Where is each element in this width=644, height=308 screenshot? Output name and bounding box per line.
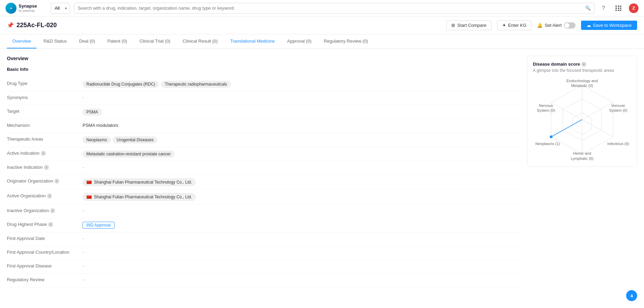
target-row: Target PSMA (7, 105, 520, 119)
active-org-value: 🇨🇳 Shanghai Fulian Pharmaceutical Techno… (83, 193, 520, 201)
app-name: Synapse (19, 3, 37, 9)
drug-type-value: Radionuclide Drug Conjugates (RDC) Thera… (83, 81, 520, 88)
logo: Synapse by patsmap (6, 3, 47, 14)
regulatory-review-row: Regulatory Review - (7, 274, 520, 287)
active-org-tag[interactable]: 🇨🇳 Shanghai Fulian Pharmaceutical Techno… (83, 193, 196, 201)
drug-phase-info-icon[interactable]: i (48, 222, 53, 227)
radar-chart-svg (534, 78, 630, 161)
originator-org-info-icon[interactable]: i (54, 179, 59, 184)
tab-translational-medicine[interactable]: Translational Medicine (225, 34, 280, 48)
start-compare-button[interactable]: ⊞ Start Compare (446, 20, 492, 30)
first-approval-date-label: First Approval Date (7, 236, 83, 241)
inactive-indication-row: Inactive Indication i - (7, 161, 520, 175)
inactive-org-value: - (83, 208, 520, 213)
tabs-bar: Overview R&D Status Deal (0) Patent (0) … (0, 34, 644, 49)
disease-domain-chart: Endocrinology andMetabolic (0) ImmuneSys… (534, 78, 630, 161)
label-neoplasms: Neoplasms (1) (534, 141, 561, 146)
disease-domain-info-icon[interactable]: i (581, 62, 586, 67)
overview-panel: Overview Basic Info Drug Type Radionucli… (7, 56, 520, 287)
mechanism-value: PSMA modulators (83, 123, 520, 128)
search-bar[interactable]: 🔍 (74, 3, 594, 14)
active-indication-value: Metastatic castration-resistant prostate… (83, 151, 520, 157)
workspace-icon: ☁ (587, 23, 591, 28)
originator-org-label: Originator Organization i (7, 178, 83, 184)
search-input[interactable] (78, 6, 582, 11)
logo-text: Synapse by patsmap (19, 3, 37, 12)
target-tag-psma[interactable]: PSMA (83, 109, 102, 116)
tab-approval[interactable]: Approval (0) (282, 34, 317, 48)
disease-domain-title: Disease domain score i (533, 62, 631, 67)
therapeutic-areas-row: Therapeutic Areas Neoplasms Urogenital D… (7, 133, 520, 147)
active-indication-label: Active Indication i (7, 151, 83, 156)
first-approval-disease-row: First Approval Disease - (7, 260, 520, 274)
therapeutic-areas-value: Neoplasms Urogenital Diseases (83, 136, 520, 143)
inactive-org-info-icon[interactable]: i (50, 208, 55, 213)
top-navigation: Synapse by patsmap All 🔍 ? Z (0, 0, 644, 16)
inactive-org-label: Inactive Organization i (7, 208, 83, 213)
regulatory-review-label: Regulatory Review (7, 277, 83, 282)
active-org-label: Active Organization i (7, 193, 83, 198)
tab-clinical-trial[interactable]: Clinical Trial (0) (134, 34, 176, 48)
label-infectious: Infectious (0) (606, 141, 630, 146)
inactive-indication-value: - (83, 165, 520, 170)
tab-rd-status[interactable]: R&D Status (38, 34, 72, 48)
therapeutic-tag-urogenital[interactable]: Urogenital Diseases (113, 136, 157, 143)
header-actions: ⊞ Start Compare ✦ Enter KG 🔔 Set Alert ☁… (446, 20, 637, 30)
alert-icon: 🔔 (537, 23, 543, 28)
tab-regulatory-review[interactable]: Regulatory Review (0) (318, 34, 374, 48)
mechanism-label: Mechanism (7, 123, 83, 128)
tab-deal[interactable]: Deal (0) (74, 34, 100, 48)
svg-point-8 (550, 135, 552, 138)
tab-clinical-result[interactable]: Clinical Result (0) (177, 34, 223, 48)
active-indication-info-icon[interactable]: i (41, 151, 46, 156)
synonyms-label: Synonyms (7, 95, 83, 100)
first-approval-disease-label: First Approval Disease (7, 263, 83, 268)
active-indication-row: Active Indication i Metastatic castratio… (7, 147, 520, 161)
active-org-info-icon[interactable]: i (47, 194, 52, 198)
originator-flag: 🇨🇳 (86, 180, 92, 184)
drug-name: 225Ac-FL-020 (17, 22, 57, 29)
therapeutic-tag-neoplasms[interactable]: Neoplasms (83, 136, 111, 143)
filter-select[interactable]: All (51, 3, 70, 14)
user-avatar[interactable]: Z (629, 3, 638, 13)
search-icon[interactable]: 🔍 (585, 6, 591, 11)
synonyms-value: - (83, 95, 520, 100)
drug-type-tag-1[interactable]: Radionuclide Drug Conjugates (RDC) (83, 81, 159, 88)
disease-domain-subtitle: A glimpse into the focused therapeutic a… (533, 68, 631, 73)
first-approval-country-row: First Approval Country/Location - (7, 246, 520, 260)
ind-approval-tag[interactable]: IND Approval (83, 222, 115, 229)
grid-icon[interactable] (614, 3, 623, 13)
therapeutic-areas-label: Therapeutic Areas (7, 136, 83, 142)
tab-overview[interactable]: Overview (7, 34, 36, 48)
enter-kg-button[interactable]: ✦ Enter KG (497, 20, 532, 30)
first-approval-disease-value: - (83, 263, 520, 268)
save-to-workspace-button[interactable]: ☁ Save to Workspace (581, 21, 637, 30)
first-approval-date-value: - (83, 236, 520, 241)
kg-icon: ✦ (502, 23, 506, 28)
help-icon[interactable]: ? (599, 3, 608, 13)
disease-domain-card: Disease domain score i A glimpse into th… (527, 56, 637, 167)
app-subtitle: by patsmap (19, 9, 37, 13)
active-flag: 🇨🇳 (86, 195, 92, 199)
synonyms-row: Synonyms - (7, 91, 520, 105)
drug-highest-phase-row: Drug Highest Phase i IND Approval (7, 218, 520, 232)
alert-toggle[interactable] (564, 22, 576, 29)
drug-type-label: Drug Type (7, 81, 83, 86)
tab-patent[interactable]: Patent (0) (102, 34, 132, 48)
main-content: Overview Basic Info Drug Type Radionucli… (0, 49, 644, 294)
set-alert-area: 🔔 Set Alert (537, 22, 575, 29)
originator-org-value: 🇨🇳 Shanghai Fulian Pharmaceutical Techno… (83, 178, 520, 186)
label-immune: ImmuneSystem (0) (606, 103, 630, 113)
mechanism-row: Mechanism PSMA modulators (7, 119, 520, 133)
active-indication-tag[interactable]: Metastatic castration-resistant prostate… (83, 151, 174, 157)
originator-org-row: Originator Organization i 🇨🇳 Shanghai Fu… (7, 175, 520, 190)
drug-header: 📌 225Ac-FL-020 ⊞ Start Compare ✦ Enter K… (0, 16, 644, 34)
filter-select-wrap[interactable]: All (51, 3, 70, 14)
regulatory-review-value: - (83, 277, 520, 282)
inactive-org-row: Inactive Organization i - (7, 205, 520, 218)
inactive-indication-info-icon[interactable]: i (44, 165, 49, 170)
drug-type-tag-2[interactable]: Therapeutic radiopharmaceuticals (161, 81, 231, 88)
originator-org-tag[interactable]: 🇨🇳 Shanghai Fulian Pharmaceutical Techno… (83, 178, 196, 186)
basic-info-title: Basic Info (7, 67, 520, 72)
label-endocrinology: Endocrinology andMetabolic (0) (561, 78, 603, 88)
